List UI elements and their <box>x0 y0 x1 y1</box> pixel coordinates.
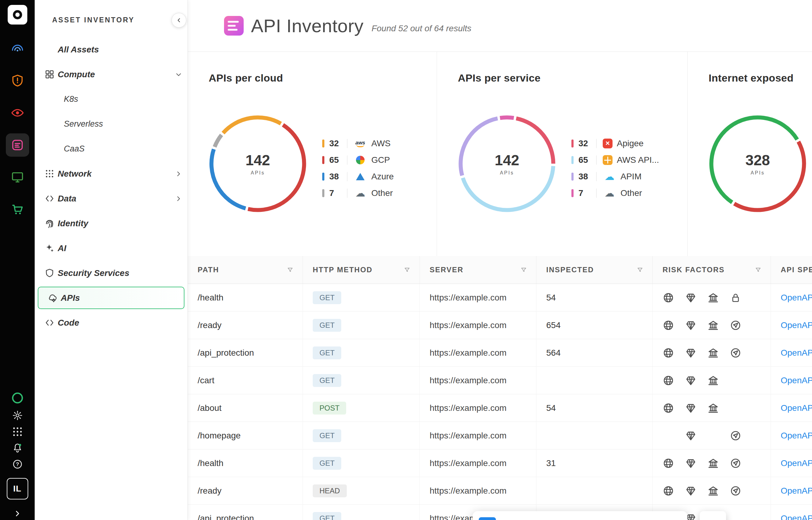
gem-risk-icon[interactable] <box>685 430 707 442</box>
building-risk-icon[interactable] <box>707 402 730 414</box>
server-url: https://example.com <box>429 458 507 468</box>
api-spec-link[interactable]: OpenAPI <box>781 320 812 330</box>
gear-icon[interactable] <box>12 410 23 421</box>
page-button[interactable]: … <box>541 517 559 520</box>
api-spec-link[interactable]: OpenAPI <box>781 293 812 303</box>
globe-risk-icon[interactable] <box>663 485 685 497</box>
sidebar-item-apis[interactable]: APIs <box>38 287 184 309</box>
legend-item[interactable]: 32Apigee <box>571 135 659 152</box>
building-risk-icon[interactable] <box>707 347 730 359</box>
page-button[interactable]: 2 <box>499 517 517 520</box>
building-risk-icon[interactable] <box>707 375 730 386</box>
table-row[interactable]: /aboutPOSThttps://example.com54OpenAPI <box>188 394 812 422</box>
api-spec-link[interactable]: OpenAPI <box>781 458 812 468</box>
legend-value: 7 <box>329 188 346 198</box>
chevron-down-icon[interactable] <box>175 71 182 78</box>
expand-rail-chevron-icon[interactable] <box>13 509 22 518</box>
collapse-sidebar-button[interactable] <box>172 13 186 28</box>
api-spec-link[interactable]: OpenAPI <box>781 486 812 496</box>
eye-icon[interactable] <box>6 101 29 125</box>
page-button-active[interactable]: 1 <box>479 517 496 520</box>
send-risk-icon[interactable] <box>730 347 752 359</box>
building-risk-icon[interactable] <box>707 292 730 304</box>
server-url: https://example.com <box>429 320 507 330</box>
gem-risk-icon[interactable] <box>685 402 707 414</box>
api-spec-link[interactable]: OpenAPI <box>781 375 812 385</box>
api-inventory-icon <box>224 16 244 35</box>
orca-logo[interactable] <box>8 5 27 25</box>
sidebar-item-compute[interactable]: Compute <box>35 62 188 87</box>
table-row[interactable]: /readyGEThttps://example.com654OpenAPI <box>188 312 812 339</box>
sidebar-item-serverless[interactable]: Serverless <box>35 112 188 136</box>
legend-item[interactable]: 7Other <box>571 185 659 202</box>
api-spec-link[interactable]: OpenAPI <box>781 431 812 441</box>
filter-funnel-icon[interactable] <box>287 267 293 273</box>
page-size-select[interactable] <box>700 511 726 520</box>
api-spec-link[interactable]: OpenAPI <box>781 403 812 413</box>
table-row[interactable]: /api_protectionGEThttps://example.com564… <box>188 339 812 367</box>
path-cell: /api_protection <box>188 339 302 366</box>
table-row[interactable]: /homepageGEThttps://example.comOpenAPI <box>188 422 812 449</box>
sidebar-item-identity[interactable]: Identity <box>35 211 188 236</box>
table-body: /healthGEThttps://example.com54OpenAPI/r… <box>188 284 812 520</box>
cart-icon[interactable] <box>6 198 29 221</box>
table-row[interactable]: /readyHEADhttps://example.comOpenAPI <box>188 477 812 505</box>
legend-item[interactable]: 7Other <box>322 185 394 202</box>
send-risk-icon[interactable] <box>730 319 752 331</box>
filter-funnel-icon[interactable] <box>404 267 410 273</box>
gem-risk-icon[interactable] <box>685 485 707 497</box>
filter-funnel-icon[interactable] <box>755 267 761 273</box>
gem-risk-icon[interactable] <box>685 292 707 304</box>
globe-risk-icon[interactable] <box>663 292 685 304</box>
gem-risk-icon[interactable] <box>685 458 707 469</box>
send-risk-icon[interactable] <box>730 430 752 442</box>
donut-center: 142 APIs <box>209 115 307 213</box>
lock-risk-icon[interactable] <box>730 292 752 304</box>
chevron-right-icon[interactable] <box>175 170 182 178</box>
monitor-icon[interactable] <box>6 165 29 189</box>
api-spec-link[interactable]: OpenAPI <box>781 348 812 358</box>
legend-item[interactable]: 65AWS API... <box>571 152 659 168</box>
orca-ring-icon[interactable] <box>11 391 24 405</box>
chevron-right-icon[interactable] <box>175 195 182 203</box>
building-risk-icon[interactable] <box>707 458 730 469</box>
user-initials-button[interactable]: IL <box>7 478 28 499</box>
globe-risk-icon[interactable] <box>663 319 685 331</box>
bell-icon[interactable] <box>12 442 23 453</box>
gem-risk-icon[interactable] <box>685 319 707 331</box>
gem-risk-icon[interactable] <box>685 347 707 359</box>
filter-funnel-icon[interactable] <box>637 267 643 273</box>
building-risk-icon[interactable] <box>707 319 730 331</box>
sidebar-item-data[interactable]: Data <box>35 186 188 211</box>
globe-risk-icon[interactable] <box>663 402 685 414</box>
api-doc-icon[interactable] <box>6 133 29 157</box>
page-button[interactable]: 3 <box>520 517 538 520</box>
globe-risk-icon[interactable] <box>663 458 685 469</box>
sidebar-item-caas[interactable]: CaaS <box>35 136 188 161</box>
legend-item[interactable]: 38Azure <box>322 168 394 185</box>
gem-risk-icon[interactable] <box>685 375 707 386</box>
sidebar-item-k8s[interactable]: K8s <box>35 87 188 112</box>
table-row[interactable]: /healthGEThttps://example.com54OpenAPI <box>188 284 812 312</box>
api-spec-link[interactable]: OpenAPI <box>781 514 812 520</box>
sidebar-item-all-assets[interactable]: All Assets <box>35 37 188 62</box>
sidebar-item-code[interactable]: Code <box>35 310 188 335</box>
globe-risk-icon[interactable] <box>663 375 685 386</box>
sidebar-item-security-services[interactable]: Security Services <box>35 261 188 285</box>
radar-icon[interactable] <box>6 37 29 60</box>
help-icon[interactable]: ? <box>12 459 23 470</box>
sidebar-item-network[interactable]: Network <box>35 161 188 186</box>
legend-item[interactable]: 32awsAWS <box>322 135 394 152</box>
globe-risk-icon[interactable] <box>663 347 685 359</box>
send-risk-icon[interactable] <box>730 485 752 497</box>
building-risk-icon[interactable] <box>707 485 730 497</box>
shield-icon[interactable] <box>6 69 29 92</box>
legend-item[interactable]: 65GCP <box>322 152 394 168</box>
legend-item[interactable]: 38APIM <box>571 168 659 185</box>
sidebar-item-ai[interactable]: AI <box>35 236 188 261</box>
filter-funnel-icon[interactable] <box>520 267 527 273</box>
table-row[interactable]: /healthGEThttps://example.com31OpenAPI <box>188 449 812 477</box>
send-risk-icon[interactable] <box>730 458 752 469</box>
apps-grid-icon[interactable] <box>12 426 23 437</box>
table-row[interactable]: /cartGEThttps://example.comOpenAPI <box>188 367 812 394</box>
